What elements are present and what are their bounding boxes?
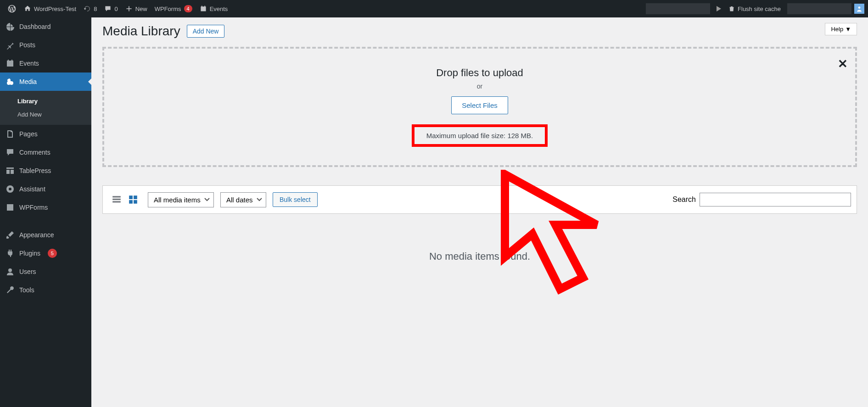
wpforms-label: WPForms bbox=[155, 6, 181, 12]
grid-icon bbox=[128, 195, 138, 205]
assistant-label: Assistant bbox=[19, 185, 45, 193]
sidebar-item-posts[interactable]: Posts bbox=[0, 36, 91, 54]
svg-point-4 bbox=[9, 188, 11, 190]
help-label: Help bbox=[831, 26, 843, 33]
posts-label: Posts bbox=[19, 41, 35, 49]
page-title: Media Library bbox=[102, 24, 180, 39]
drop-or: or bbox=[123, 83, 837, 90]
users-label: Users bbox=[19, 268, 36, 269]
sidebar-item-assistant[interactable]: Assistant bbox=[0, 180, 91, 198]
svg-point-0 bbox=[858, 6, 861, 9]
page-icon bbox=[6, 129, 15, 139]
updates-link[interactable]: 8 bbox=[80, 0, 101, 17]
events-label: Events bbox=[19, 60, 39, 67]
appearance-label: Appearance bbox=[19, 231, 54, 239]
site-name-link[interactable]: WordPress-Test bbox=[20, 0, 80, 17]
comments-link[interactable]: 0 bbox=[101, 0, 121, 17]
flush-cache-link[interactable]: Flush site cache bbox=[725, 0, 784, 17]
comments-count: 0 bbox=[114, 6, 118, 12]
page-header: Media Library Add New bbox=[102, 24, 857, 39]
home-icon bbox=[24, 5, 31, 12]
trash-icon bbox=[728, 6, 735, 12]
play-icon bbox=[717, 6, 721, 11]
assistant-icon bbox=[6, 184, 15, 194]
svg-point-2 bbox=[10, 82, 13, 84]
submenu-library[interactable]: Library bbox=[0, 95, 91, 108]
no-items-message: No media items found. bbox=[102, 251, 857, 262]
site-name: WordPress-Test bbox=[34, 6, 76, 12]
upload-dropzone[interactable]: ✕ Drop files to upload or Select Files M… bbox=[102, 47, 857, 167]
filter-date-select[interactable]: All dates bbox=[220, 192, 266, 207]
add-new-button[interactable]: Add New bbox=[187, 25, 225, 38]
calendar-icon bbox=[200, 5, 207, 12]
pages-label: Pages bbox=[19, 130, 38, 138]
list-view-button[interactable] bbox=[108, 191, 125, 208]
sidebar-item-tablepress[interactable]: TablePress bbox=[0, 162, 91, 180]
sidebar-item-appearance[interactable]: Appearance bbox=[0, 226, 91, 244]
plus-icon bbox=[125, 5, 133, 12]
events-label: Events bbox=[210, 6, 228, 12]
select-files-button[interactable]: Select Files bbox=[451, 96, 508, 114]
bulk-select-button[interactable]: Bulk select bbox=[273, 192, 318, 207]
sidebar-item-events[interactable]: Events bbox=[0, 54, 91, 72]
wpforms-badge: 4 bbox=[184, 5, 192, 12]
sidebar-item-pages[interactable]: Pages bbox=[0, 125, 91, 143]
new-label: New bbox=[135, 6, 147, 12]
search-wrap: Search bbox=[672, 193, 851, 206]
plugins-label: Plugins bbox=[19, 250, 40, 257]
dashboard-label: Dashboard bbox=[19, 23, 51, 30]
svg-point-1 bbox=[7, 79, 10, 82]
refresh-icon bbox=[84, 5, 91, 12]
comment-icon bbox=[6, 148, 15, 157]
max-upload-size: Maximum upload file size: 128 MB. bbox=[412, 124, 548, 147]
view-toggle bbox=[108, 191, 141, 208]
svg-point-5 bbox=[8, 268, 12, 269]
topbar-search-2[interactable] bbox=[787, 3, 851, 14]
chevron-down-icon: ▼ bbox=[845, 26, 851, 33]
wpforms-link[interactable]: WPForms 4 bbox=[151, 0, 196, 17]
plugins-badge: 5 bbox=[48, 249, 57, 258]
pin-icon bbox=[6, 40, 15, 50]
brush-icon bbox=[6, 230, 15, 240]
grid-view-button[interactable] bbox=[125, 191, 141, 208]
dashboard-icon bbox=[6, 22, 15, 31]
sidebar-item-media[interactable]: Media bbox=[0, 72, 91, 91]
admin-topbar: WordPress-Test 8 0 New WPForms 4 Events … bbox=[0, 0, 868, 17]
media-submenu: Library Add New bbox=[0, 91, 91, 125]
media-label: Media bbox=[19, 78, 37, 85]
submenu-addnew[interactable]: Add New bbox=[0, 108, 91, 121]
media-toolbar: All media items All dates Bulk select Se… bbox=[102, 185, 857, 214]
comment-icon bbox=[104, 5, 112, 12]
tablepress-label: TablePress bbox=[19, 167, 51, 174]
drop-title: Drop files to upload bbox=[123, 67, 837, 79]
events-link[interactable]: Events bbox=[196, 0, 232, 17]
sidebar-item-users[interactable]: Users bbox=[0, 262, 91, 269]
sidebar-item-dashboard[interactable]: Dashboard bbox=[0, 17, 91, 36]
sidebar-item-wpforms[interactable]: WPForms bbox=[0, 198, 91, 217]
play-button[interactable] bbox=[713, 0, 725, 17]
person-icon bbox=[856, 5, 863, 12]
calendar-icon bbox=[6, 59, 15, 68]
media-icon bbox=[6, 77, 15, 86]
wordpress-logo[interactable] bbox=[4, 0, 20, 17]
list-icon bbox=[112, 195, 122, 205]
updates-count: 8 bbox=[94, 6, 97, 12]
main-content: Media Library Add New ✕ Drop files to up… bbox=[91, 17, 868, 269]
search-input[interactable] bbox=[700, 193, 851, 206]
flush-label: Flush site cache bbox=[738, 6, 781, 12]
comments-label: Comments bbox=[19, 149, 50, 156]
help-button[interactable]: Help ▼ bbox=[825, 23, 857, 35]
sidebar-item-plugins[interactable]: Plugins 5 bbox=[0, 244, 91, 262]
wpforms-label: WPForms bbox=[19, 204, 48, 211]
form-icon bbox=[6, 203, 15, 212]
user-avatar[interactable] bbox=[854, 4, 864, 14]
new-link[interactable]: New bbox=[122, 0, 151, 17]
close-dropzone-button[interactable]: ✕ bbox=[838, 57, 848, 71]
admin-sidebar: Dashboard Posts Events Media Library Add… bbox=[0, 17, 91, 269]
sidebar-item-comments[interactable]: Comments bbox=[0, 143, 91, 162]
table-icon bbox=[6, 166, 15, 175]
topbar-search-1[interactable] bbox=[646, 3, 710, 14]
user-icon bbox=[6, 267, 15, 269]
filter-type-select[interactable]: All media items bbox=[148, 192, 214, 207]
wordpress-icon bbox=[7, 4, 17, 13]
